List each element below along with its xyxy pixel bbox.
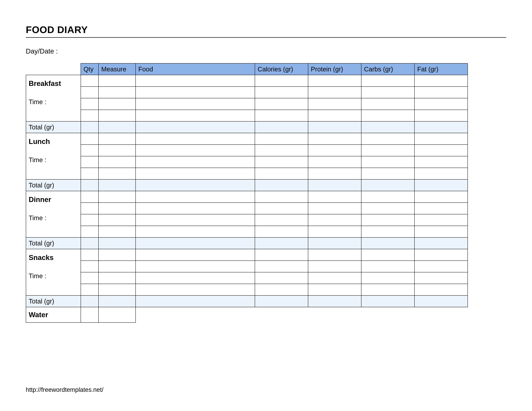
cell[interactable] xyxy=(136,226,255,237)
cell[interactable] xyxy=(415,110,468,121)
cell[interactable] xyxy=(308,156,361,168)
cell[interactable] xyxy=(81,156,98,168)
cell[interactable] xyxy=(415,98,468,110)
cell[interactable] xyxy=(81,272,98,284)
cell[interactable] xyxy=(98,307,136,323)
cell[interactable] xyxy=(361,156,415,168)
cell[interactable] xyxy=(98,214,136,226)
cell[interactable] xyxy=(98,145,136,156)
cell[interactable] xyxy=(415,226,468,237)
cell[interactable] xyxy=(361,86,415,98)
cell[interactable] xyxy=(361,203,415,214)
cell[interactable] xyxy=(98,75,136,86)
cell[interactable] xyxy=(136,272,255,284)
cell[interactable] xyxy=(81,261,98,272)
cell[interactable] xyxy=(361,133,415,145)
cell[interactable] xyxy=(415,284,468,295)
cell[interactable] xyxy=(98,226,136,237)
cell[interactable] xyxy=(136,203,255,214)
cell[interactable] xyxy=(255,156,308,168)
cell[interactable] xyxy=(255,133,308,145)
cell[interactable] xyxy=(136,133,255,145)
cell[interactable] xyxy=(98,191,136,203)
cell[interactable] xyxy=(361,75,415,86)
cell[interactable] xyxy=(81,214,98,226)
cell[interactable] xyxy=(81,191,98,203)
cell[interactable] xyxy=(361,261,415,272)
cell[interactable] xyxy=(308,75,361,86)
cell[interactable] xyxy=(415,75,468,86)
cell[interactable] xyxy=(136,168,255,179)
cell[interactable] xyxy=(255,226,308,237)
cell[interactable] xyxy=(255,214,308,226)
cell[interactable] xyxy=(415,168,468,179)
cell[interactable] xyxy=(81,133,98,145)
cell[interactable] xyxy=(308,214,361,226)
cell[interactable] xyxy=(136,145,255,156)
cell[interactable] xyxy=(415,272,468,284)
cell[interactable] xyxy=(81,110,98,121)
cell[interactable] xyxy=(415,145,468,156)
cell[interactable] xyxy=(136,261,255,272)
cell[interactable] xyxy=(361,226,415,237)
cell[interactable] xyxy=(308,145,361,156)
cell[interactable] xyxy=(98,98,136,110)
cell[interactable] xyxy=(415,203,468,214)
cell[interactable] xyxy=(255,110,308,121)
cell[interactable] xyxy=(81,75,98,86)
cell[interactable] xyxy=(98,261,136,272)
cell[interactable] xyxy=(98,110,136,121)
cell[interactable] xyxy=(81,145,98,156)
cell[interactable] xyxy=(255,75,308,86)
cell[interactable] xyxy=(415,249,468,261)
cell[interactable] xyxy=(136,214,255,226)
cell[interactable] xyxy=(415,156,468,168)
cell[interactable] xyxy=(255,168,308,179)
cell[interactable] xyxy=(255,284,308,295)
cell[interactable] xyxy=(361,249,415,261)
cell[interactable] xyxy=(81,98,98,110)
cell[interactable] xyxy=(415,86,468,98)
cell[interactable] xyxy=(255,203,308,214)
cell[interactable] xyxy=(81,168,98,179)
cell[interactable] xyxy=(136,110,255,121)
cell[interactable] xyxy=(361,145,415,156)
cell[interactable] xyxy=(81,307,98,323)
cell[interactable] xyxy=(308,98,361,110)
cell[interactable] xyxy=(255,98,308,110)
cell[interactable] xyxy=(361,191,415,203)
cell[interactable] xyxy=(361,110,415,121)
cell[interactable] xyxy=(308,86,361,98)
cell[interactable] xyxy=(308,203,361,214)
cell[interactable] xyxy=(361,214,415,226)
cell[interactable] xyxy=(98,156,136,168)
cell[interactable] xyxy=(308,168,361,179)
cell[interactable] xyxy=(255,249,308,261)
cell[interactable] xyxy=(415,261,468,272)
cell[interactable] xyxy=(98,86,136,98)
cell[interactable] xyxy=(255,191,308,203)
cell[interactable] xyxy=(98,272,136,284)
cell[interactable] xyxy=(81,203,98,214)
cell[interactable] xyxy=(361,284,415,295)
cell[interactable] xyxy=(255,261,308,272)
cell[interactable] xyxy=(308,261,361,272)
cell[interactable] xyxy=(136,191,255,203)
cell[interactable] xyxy=(98,249,136,261)
cell[interactable] xyxy=(415,191,468,203)
cell[interactable] xyxy=(415,214,468,226)
cell[interactable] xyxy=(361,272,415,284)
cell[interactable] xyxy=(136,98,255,110)
cell[interactable] xyxy=(308,110,361,121)
cell[interactable] xyxy=(308,191,361,203)
cell[interactable] xyxy=(81,86,98,98)
cell[interactable] xyxy=(308,272,361,284)
cell[interactable] xyxy=(255,86,308,98)
cell[interactable] xyxy=(308,133,361,145)
cell[interactable] xyxy=(136,86,255,98)
cell[interactable] xyxy=(81,226,98,237)
cell[interactable] xyxy=(308,249,361,261)
cell[interactable] xyxy=(255,145,308,156)
cell[interactable] xyxy=(98,284,136,295)
cell[interactable] xyxy=(136,249,255,261)
